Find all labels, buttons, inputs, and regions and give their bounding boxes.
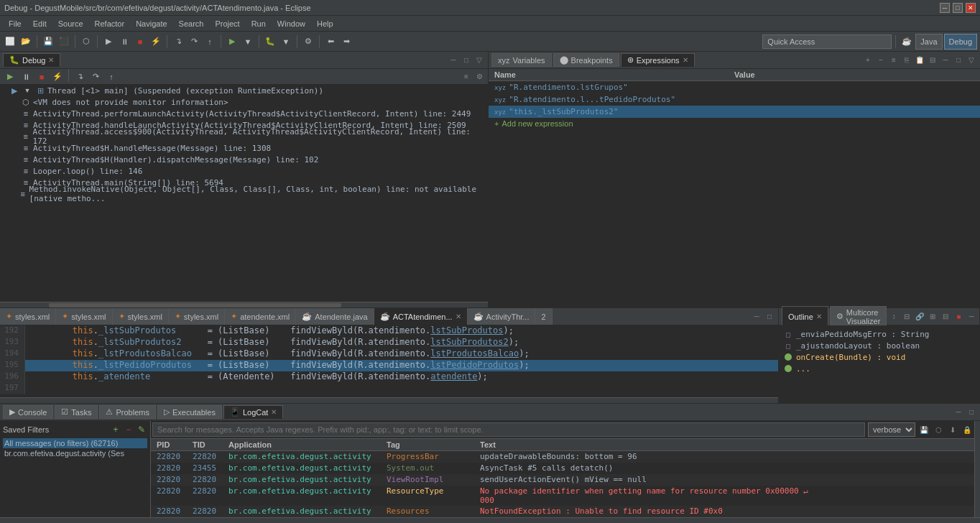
stop-btn[interactable]: ■ xyxy=(34,69,49,85)
menu-navigate[interactable]: Navigate xyxy=(130,18,172,29)
disconnect-btn[interactable]: ⚡ xyxy=(50,69,65,85)
debug-config[interactable]: ▼ xyxy=(279,34,293,50)
outline-tab[interactable]: Outline ✕ xyxy=(782,306,828,328)
menu-search[interactable]: Search xyxy=(173,18,210,29)
remove-filter-btn[interactable]: − xyxy=(123,424,134,435)
menu-refactor[interactable]: Refactor xyxy=(89,18,131,29)
menu-run[interactable]: Run xyxy=(246,18,272,29)
debug-hscrollbar[interactable] xyxy=(0,302,488,307)
log-row-1[interactable]: 22820 23455 br.com.efetiva.degust.activi… xyxy=(151,463,974,474)
editor-max-btn[interactable]: □ xyxy=(764,311,775,323)
menu-file[interactable]: File xyxy=(3,18,27,29)
expr-row-1[interactable]: xyz "R.atendimento.l...tPedidoProdutos" xyxy=(489,93,980,106)
save-all-button[interactable]: ⬛ xyxy=(57,34,71,50)
vars-max-btn[interactable]: □ xyxy=(953,55,964,66)
run-button[interactable]: ▶ xyxy=(225,34,239,50)
paste-expr-btn[interactable]: 📋 xyxy=(914,55,925,66)
logcat-tab-close[interactable]: ✕ xyxy=(271,408,277,416)
debug-tab-close[interactable]: ✕ xyxy=(48,56,54,64)
debug-frame-row-5[interactable]: ≡ ActivityThread$H(Handler).dispatchMess… xyxy=(0,154,488,165)
outline-stop-btn[interactable]: ■ xyxy=(953,311,964,323)
editor-min-btn[interactable]: ─ xyxy=(751,311,762,323)
tasks-tab[interactable]: ☑ Tasks xyxy=(55,405,98,419)
log-clear-btn[interactable]: ⬡ xyxy=(933,424,944,435)
log-search-input[interactable] xyxy=(152,422,865,437)
debug-min-btn[interactable]: ─ xyxy=(448,55,459,66)
next-edit[interactable]: ⬅ xyxy=(323,34,338,50)
log-save-btn[interactable]: 💾 xyxy=(918,424,930,435)
open-button[interactable]: 📂 xyxy=(19,34,33,50)
step-over[interactable]: ↷ xyxy=(187,34,201,50)
filter-all-messages[interactable]: All messages (no filters) (62716) xyxy=(3,438,147,448)
debug-pause[interactable]: ⏸ xyxy=(117,34,131,50)
outline-min-btn[interactable]: ─ xyxy=(966,311,977,323)
log-scroll-btn[interactable]: ⬇ xyxy=(947,424,958,435)
outline-item-1[interactable]: □ _ajustandoLayout : boolean xyxy=(782,340,976,351)
save-button[interactable]: 💾 xyxy=(41,34,55,50)
new-button[interactable]: ⬜ xyxy=(3,34,17,50)
perspective-icon-java[interactable]: ☕ xyxy=(900,34,914,50)
select-all-btn[interactable]: ≡ xyxy=(888,55,900,66)
outline-item-0[interactable]: □ _enviaPedidoMsgErro : String xyxy=(782,328,976,340)
log-row-2[interactable]: 22820 22820 br.com.efetiva.degust.activi… xyxy=(151,474,974,486)
step-over-btn[interactable]: ↷ xyxy=(88,69,103,85)
act-tab-close[interactable]: ✕ xyxy=(456,313,461,320)
editor-tab-styles4[interactable]: ✦ styles.xml xyxy=(169,308,225,325)
quick-access-input[interactable]: Quick Access xyxy=(762,34,892,49)
debug-tab[interactable]: 🐛 Debug ✕ xyxy=(3,53,60,67)
outline-collapse-btn[interactable]: ⊟ xyxy=(940,311,951,323)
executables-tab[interactable]: ▷ Executables xyxy=(157,405,222,419)
expr-row-2[interactable]: xyz "this._lstSubProdutos2" xyxy=(489,106,980,118)
editor-tab-actAtendimento[interactable]: ☕ ACTAtendimen... ✕ xyxy=(374,308,468,325)
log-scroll-lock-btn[interactable]: 🔒 xyxy=(961,424,973,435)
step-return-btn[interactable]: ↑ xyxy=(104,69,119,85)
log-vscrollbar[interactable] xyxy=(974,421,980,517)
debug-frame-row-6[interactable]: ≡ Looper.loop() line: 146 xyxy=(0,165,488,177)
step-return[interactable]: ↑ xyxy=(203,34,217,50)
run-config[interactable]: ▼ xyxy=(241,34,255,50)
perspective-java[interactable]: Java xyxy=(915,34,942,50)
menu-edit[interactable]: Edit xyxy=(27,18,52,29)
outline-link-btn[interactable]: 🔗 xyxy=(914,311,925,323)
log-level-select[interactable]: verbose xyxy=(868,422,915,437)
menu-project[interactable]: Project xyxy=(209,18,245,29)
external-tools[interactable]: ⚙ xyxy=(301,34,315,50)
pause-btn[interactable]: ⏸ xyxy=(19,69,33,85)
editor-tab-num[interactable]: 2 xyxy=(535,308,552,325)
editor-tab-styles1[interactable]: ✦ styles.xml xyxy=(0,308,56,325)
editor-tab-styles2[interactable]: ✦ styles.xml xyxy=(56,308,112,325)
log-row-0[interactable]: 22820 22820 br.com.efetiva.degust.activi… xyxy=(151,451,974,463)
outline-item-2[interactable]: onCreate(Bundle) : void xyxy=(782,351,976,363)
outline-hide-btn[interactable]: ⊟ xyxy=(901,311,912,323)
multicore-tab[interactable]: ⚙ Multicore Visualizer xyxy=(830,306,887,328)
log-row-3[interactable]: 22820 22820 br.com.efetiva.degust.activi… xyxy=(151,486,974,506)
debug-button[interactable]: 🐛 xyxy=(263,34,277,50)
editor-tab-atendente-java[interactable]: ☕ Atendente.java xyxy=(296,308,374,325)
menu-source[interactable]: Source xyxy=(52,18,89,29)
resume-btn[interactable]: ▶ xyxy=(3,69,17,85)
step-into-btn[interactable]: ↴ xyxy=(73,69,87,85)
collapse-btn[interactable]: ⊟ xyxy=(927,55,938,66)
debug-collapse-all[interactable]: ≡ xyxy=(461,71,472,83)
logcat-tab[interactable]: 📱 LogCat ✕ xyxy=(223,405,283,419)
debug-frame-row-3[interactable]: ≡ ActivityThread.access$900(ActivityThre… xyxy=(0,131,488,142)
log-row-4[interactable]: 22820 22820 br.com.efetiva.degust.activi… xyxy=(151,506,974,517)
debug-frame-row-1[interactable]: ≡ ActivityThread.performLaunchActivity(A… xyxy=(0,108,488,119)
outline-item-3[interactable]: ... xyxy=(782,363,976,374)
close-button[interactable]: ✕ xyxy=(966,3,976,13)
outline-expand-btn[interactable]: ⊞ xyxy=(927,311,938,323)
debug-view-menu[interactable]: ▽ xyxy=(473,55,485,66)
expressions-tab[interactable]: ⊛ Expressions ✕ xyxy=(621,53,695,67)
debug-disconnect[interactable]: ⚡ xyxy=(149,34,163,50)
expressions-tab-close[interactable]: ✕ xyxy=(683,56,688,64)
bottom-hscrollbar[interactable] xyxy=(0,517,980,523)
debug-stop[interactable]: ■ xyxy=(133,34,147,50)
minimize-button[interactable]: ─ xyxy=(940,3,950,13)
menu-help[interactable]: Help xyxy=(311,18,339,29)
add-expression-row[interactable]: + Add new expression xyxy=(489,118,980,129)
bottom-min-btn[interactable]: ─ xyxy=(953,407,964,418)
debug-max-btn[interactable]: □ xyxy=(461,55,472,66)
prev-edit[interactable]: ➡ xyxy=(339,34,353,50)
debug-properties[interactable]: ⚙ xyxy=(473,71,485,83)
debug-frame-row-8[interactable]: ≡ Method.invokeNative(Object, Object[], … xyxy=(0,188,488,200)
